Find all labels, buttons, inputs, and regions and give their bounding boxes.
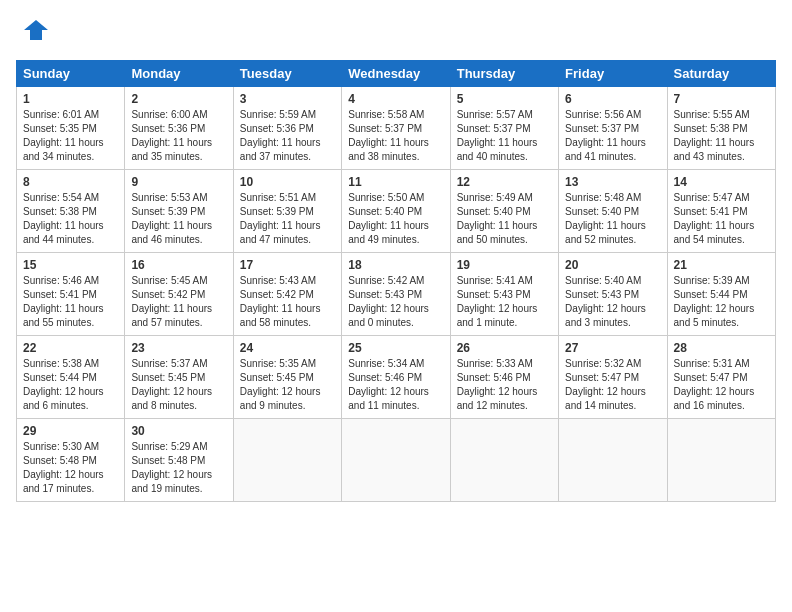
day-info: Sunrise: 5:38 AM Sunset: 5:44 PM Dayligh… (23, 357, 118, 413)
weekday-header-monday: Monday (125, 61, 233, 87)
day-number: 4 (348, 92, 443, 106)
day-number: 13 (565, 175, 660, 189)
day-info: Sunrise: 5:49 AM Sunset: 5:40 PM Dayligh… (457, 191, 552, 247)
day-info: Sunrise: 5:33 AM Sunset: 5:46 PM Dayligh… (457, 357, 552, 413)
day-info: Sunrise: 5:53 AM Sunset: 5:39 PM Dayligh… (131, 191, 226, 247)
weekday-header-tuesday: Tuesday (233, 61, 341, 87)
day-cell-8: 8Sunrise: 5:54 AM Sunset: 5:38 PM Daylig… (17, 170, 125, 253)
day-info: Sunrise: 5:32 AM Sunset: 5:47 PM Dayligh… (565, 357, 660, 413)
day-cell-16: 16Sunrise: 5:45 AM Sunset: 5:42 PM Dayli… (125, 253, 233, 336)
day-info: Sunrise: 5:51 AM Sunset: 5:39 PM Dayligh… (240, 191, 335, 247)
empty-cell (233, 419, 341, 502)
day-info: Sunrise: 5:54 AM Sunset: 5:38 PM Dayligh… (23, 191, 118, 247)
day-info: Sunrise: 5:37 AM Sunset: 5:45 PM Dayligh… (131, 357, 226, 413)
day-info: Sunrise: 5:56 AM Sunset: 5:37 PM Dayligh… (565, 108, 660, 164)
day-cell-27: 27Sunrise: 5:32 AM Sunset: 5:47 PM Dayli… (559, 336, 667, 419)
week-row-5: 29Sunrise: 5:30 AM Sunset: 5:48 PM Dayli… (17, 419, 776, 502)
day-number: 21 (674, 258, 769, 272)
day-cell-5: 5Sunrise: 5:57 AM Sunset: 5:37 PM Daylig… (450, 87, 558, 170)
day-info: Sunrise: 6:01 AM Sunset: 5:35 PM Dayligh… (23, 108, 118, 164)
day-cell-30: 30Sunrise: 5:29 AM Sunset: 5:48 PM Dayli… (125, 419, 233, 502)
weekday-header-row: SundayMondayTuesdayWednesdayThursdayFrid… (17, 61, 776, 87)
day-info: Sunrise: 5:39 AM Sunset: 5:44 PM Dayligh… (674, 274, 769, 330)
svg-marker-0 (24, 20, 48, 40)
logo (16, 16, 50, 48)
day-cell-18: 18Sunrise: 5:42 AM Sunset: 5:43 PM Dayli… (342, 253, 450, 336)
day-cell-28: 28Sunrise: 5:31 AM Sunset: 5:47 PM Dayli… (667, 336, 775, 419)
day-cell-10: 10Sunrise: 5:51 AM Sunset: 5:39 PM Dayli… (233, 170, 341, 253)
day-cell-25: 25Sunrise: 5:34 AM Sunset: 5:46 PM Dayli… (342, 336, 450, 419)
empty-cell (450, 419, 558, 502)
empty-cell (559, 419, 667, 502)
day-number: 24 (240, 341, 335, 355)
day-info: Sunrise: 5:48 AM Sunset: 5:40 PM Dayligh… (565, 191, 660, 247)
day-cell-7: 7Sunrise: 5:55 AM Sunset: 5:38 PM Daylig… (667, 87, 775, 170)
day-cell-13: 13Sunrise: 5:48 AM Sunset: 5:40 PM Dayli… (559, 170, 667, 253)
day-cell-11: 11Sunrise: 5:50 AM Sunset: 5:40 PM Dayli… (342, 170, 450, 253)
day-number: 9 (131, 175, 226, 189)
day-cell-4: 4Sunrise: 5:58 AM Sunset: 5:37 PM Daylig… (342, 87, 450, 170)
day-info: Sunrise: 5:41 AM Sunset: 5:43 PM Dayligh… (457, 274, 552, 330)
day-number: 12 (457, 175, 552, 189)
weekday-header-saturday: Saturday (667, 61, 775, 87)
day-number: 14 (674, 175, 769, 189)
week-row-4: 22Sunrise: 5:38 AM Sunset: 5:44 PM Dayli… (17, 336, 776, 419)
day-number: 11 (348, 175, 443, 189)
day-info: Sunrise: 5:50 AM Sunset: 5:40 PM Dayligh… (348, 191, 443, 247)
day-number: 23 (131, 341, 226, 355)
day-info: Sunrise: 5:45 AM Sunset: 5:42 PM Dayligh… (131, 274, 226, 330)
day-cell-19: 19Sunrise: 5:41 AM Sunset: 5:43 PM Dayli… (450, 253, 558, 336)
day-cell-17: 17Sunrise: 5:43 AM Sunset: 5:42 PM Dayli… (233, 253, 341, 336)
day-info: Sunrise: 5:59 AM Sunset: 5:36 PM Dayligh… (240, 108, 335, 164)
day-info: Sunrise: 5:35 AM Sunset: 5:45 PM Dayligh… (240, 357, 335, 413)
empty-cell (342, 419, 450, 502)
day-info: Sunrise: 5:43 AM Sunset: 5:42 PM Dayligh… (240, 274, 335, 330)
day-cell-26: 26Sunrise: 5:33 AM Sunset: 5:46 PM Dayli… (450, 336, 558, 419)
week-row-3: 15Sunrise: 5:46 AM Sunset: 5:41 PM Dayli… (17, 253, 776, 336)
empty-cell (667, 419, 775, 502)
day-cell-6: 6Sunrise: 5:56 AM Sunset: 5:37 PM Daylig… (559, 87, 667, 170)
day-info: Sunrise: 5:58 AM Sunset: 5:37 PM Dayligh… (348, 108, 443, 164)
day-cell-15: 15Sunrise: 5:46 AM Sunset: 5:41 PM Dayli… (17, 253, 125, 336)
day-number: 5 (457, 92, 552, 106)
day-number: 10 (240, 175, 335, 189)
day-cell-14: 14Sunrise: 5:47 AM Sunset: 5:41 PM Dayli… (667, 170, 775, 253)
calendar-table: SundayMondayTuesdayWednesdayThursdayFrid… (16, 60, 776, 502)
logo-bird-icon (22, 16, 50, 48)
day-number: 30 (131, 424, 226, 438)
day-info: Sunrise: 5:47 AM Sunset: 5:41 PM Dayligh… (674, 191, 769, 247)
weekday-header-wednesday: Wednesday (342, 61, 450, 87)
day-number: 20 (565, 258, 660, 272)
day-number: 28 (674, 341, 769, 355)
day-cell-1: 1Sunrise: 6:01 AM Sunset: 5:35 PM Daylig… (17, 87, 125, 170)
day-info: Sunrise: 5:29 AM Sunset: 5:48 PM Dayligh… (131, 440, 226, 496)
day-number: 15 (23, 258, 118, 272)
day-info: Sunrise: 5:31 AM Sunset: 5:47 PM Dayligh… (674, 357, 769, 413)
day-cell-9: 9Sunrise: 5:53 AM Sunset: 5:39 PM Daylig… (125, 170, 233, 253)
weekday-header-friday: Friday (559, 61, 667, 87)
day-number: 18 (348, 258, 443, 272)
day-number: 8 (23, 175, 118, 189)
day-number: 7 (674, 92, 769, 106)
day-info: Sunrise: 5:30 AM Sunset: 5:48 PM Dayligh… (23, 440, 118, 496)
page-header (16, 16, 776, 48)
day-number: 16 (131, 258, 226, 272)
day-cell-23: 23Sunrise: 5:37 AM Sunset: 5:45 PM Dayli… (125, 336, 233, 419)
day-cell-22: 22Sunrise: 5:38 AM Sunset: 5:44 PM Dayli… (17, 336, 125, 419)
day-number: 1 (23, 92, 118, 106)
week-row-2: 8Sunrise: 5:54 AM Sunset: 5:38 PM Daylig… (17, 170, 776, 253)
day-info: Sunrise: 5:40 AM Sunset: 5:43 PM Dayligh… (565, 274, 660, 330)
day-number: 27 (565, 341, 660, 355)
day-info: Sunrise: 5:42 AM Sunset: 5:43 PM Dayligh… (348, 274, 443, 330)
day-info: Sunrise: 5:55 AM Sunset: 5:38 PM Dayligh… (674, 108, 769, 164)
day-number: 2 (131, 92, 226, 106)
day-number: 22 (23, 341, 118, 355)
week-row-1: 1Sunrise: 6:01 AM Sunset: 5:35 PM Daylig… (17, 87, 776, 170)
day-number: 26 (457, 341, 552, 355)
day-cell-3: 3Sunrise: 5:59 AM Sunset: 5:36 PM Daylig… (233, 87, 341, 170)
day-cell-2: 2Sunrise: 6:00 AM Sunset: 5:36 PM Daylig… (125, 87, 233, 170)
day-cell-24: 24Sunrise: 5:35 AM Sunset: 5:45 PM Dayli… (233, 336, 341, 419)
day-number: 3 (240, 92, 335, 106)
day-number: 6 (565, 92, 660, 106)
day-info: Sunrise: 5:34 AM Sunset: 5:46 PM Dayligh… (348, 357, 443, 413)
